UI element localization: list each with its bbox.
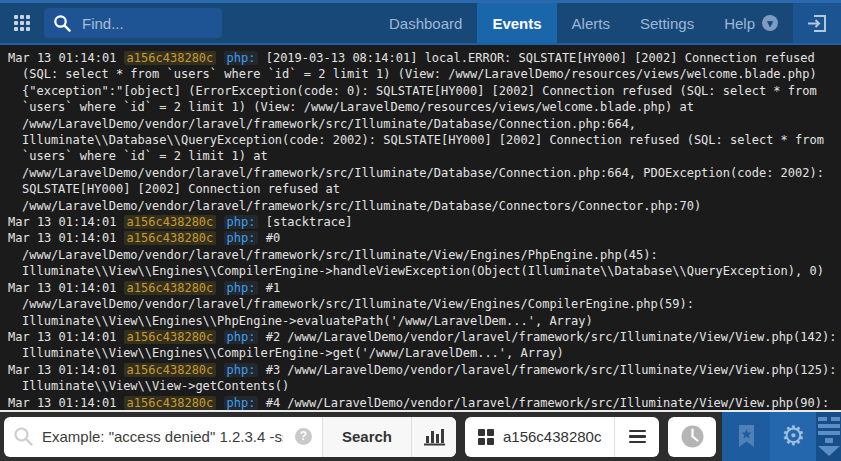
- systems-grid-icon: [478, 429, 494, 445]
- log-message: Illuminate\\View\\Engines\\CompilerEngin…: [22, 346, 564, 360]
- help-chevron-icon: ▾: [762, 15, 778, 31]
- apps-menu-button[interactable]: [0, 3, 44, 43]
- search-button[interactable]: Search: [322, 417, 411, 457]
- nav-tab-help[interactable]: Help▾: [709, 3, 793, 43]
- nav-tab-events[interactable]: Events: [477, 3, 556, 43]
- nav-tab-dashboard[interactable]: Dashboard: [374, 3, 477, 43]
- log-program-badge[interactable]: php:: [224, 51, 259, 65]
- log-row: /www/LaravelDemo/vendor/laravel/framewor…: [8, 247, 841, 263]
- log-system-badge[interactable]: a156c438280c: [124, 281, 217, 295]
- event-velocity-chart-button[interactable]: [411, 417, 456, 457]
- nav-tab-settings[interactable]: Settings: [625, 3, 709, 43]
- bottom-toolbar: ? Search a156c438280c: [0, 410, 841, 461]
- log-system-badge[interactable]: a156c438280c: [124, 231, 217, 245]
- log-row: Mar 13 01:14:01 a156c438280c php: #3 /ww…: [8, 362, 841, 378]
- log-row: /www/LaravelDemo/vendor/laravel/framewor…: [8, 165, 841, 181]
- log-row: Mar 13 01:14:01 a156c438280c php: #2 /ww…: [8, 329, 841, 345]
- log-event-viewer[interactable]: Mar 13 01:14:01 a156c438280c php: [2019-…: [0, 45, 841, 410]
- bar-chart-icon: [423, 427, 445, 446]
- system-selector-label: a156c438280c: [503, 428, 601, 445]
- log-message: [2019-03-13 08:14:01] local.ERROR: SQLST…: [266, 51, 815, 65]
- log-message: Illuminate\\Database\\QueryException(cod…: [22, 133, 824, 147]
- log-row: {"exception":"[object] (ErrorException(c…: [8, 83, 841, 99]
- log-message: /www/LaravelDemo/vendor/laravel/framewor…: [22, 166, 824, 180]
- log-timestamp: Mar 13 01:14:01: [8, 281, 116, 295]
- log-timestamp: Mar 13 01:14:01: [8, 330, 116, 344]
- nav-tab-label: Dashboard: [389, 15, 462, 32]
- log-system-badge[interactable]: a156c438280c: [124, 396, 217, 410]
- log-program-badge[interactable]: php:: [224, 281, 259, 295]
- system-selector-button[interactable]: a156c438280c: [465, 417, 614, 457]
- log-row: Mar 13 01:14:01 a156c438280c php: #4 /ww…: [8, 395, 841, 410]
- time-jump-button[interactable]: [668, 417, 716, 457]
- log-row: Mar 13 01:14:01 a156c438280c php: [stack…: [8, 214, 841, 230]
- log-timestamp: Mar 13 01:14:01: [8, 215, 116, 229]
- log-row: Illuminate\\View\\Engines\\CompilerEngin…: [8, 345, 841, 361]
- log-message: SQLSTATE[HY000] [2002] Connection refuse…: [22, 182, 340, 196]
- log-row: Mar 13 01:14:01 a156c438280c php: #1: [8, 280, 841, 296]
- log-message: `users` where `id` = 2 limit 1) at: [22, 149, 268, 163]
- nav-tab-label: Events: [492, 15, 541, 32]
- log-timestamp: Mar 13 01:14:01: [8, 363, 116, 377]
- top-navigation: DashboardEventsAlertsSettingsHelp▾: [0, 0, 841, 45]
- event-search-input[interactable]: [40, 427, 285, 446]
- log-system-badge[interactable]: a156c438280c: [124, 51, 217, 65]
- nav-tab-alerts[interactable]: Alerts: [557, 3, 625, 43]
- log-row: /www/LaravelDemo/vendor/laravel/framewor…: [8, 116, 841, 132]
- log-timestamp: Mar 13 01:14:01: [8, 396, 116, 410]
- log-row: `users` where `id` = 2 limit 1) (View: /…: [8, 99, 841, 115]
- log-program-badge[interactable]: php:: [224, 231, 259, 245]
- log-program-badge[interactable]: php:: [224, 363, 259, 377]
- search-icon: [53, 14, 72, 33]
- log-system-badge[interactable]: a156c438280c: [124, 330, 217, 344]
- log-system-badge[interactable]: a156c438280c: [124, 363, 217, 377]
- settings-gear-button[interactable]: ⚙: [770, 412, 816, 461]
- find-input[interactable]: [80, 14, 213, 33]
- system-selector-group: a156c438280c: [465, 417, 659, 457]
- log-message: #2 /www/LaravelDemo/vendor/laravel/frame…: [266, 330, 837, 344]
- log-row: Illuminate\\View\\Engines\\CompilerEngin…: [8, 263, 841, 279]
- log-message: /www/LaravelDemo/vendor/laravel/framewor…: [22, 199, 701, 213]
- log-message: [stacktrace]: [266, 215, 353, 229]
- log-message: /www/LaravelDemo/vendor/laravel/framewor…: [22, 248, 658, 262]
- log-message: Illuminate\\View\\View->getContents(): [22, 379, 289, 393]
- log-row: (SQL: select * from `users` where `id` =…: [8, 66, 841, 82]
- sign-out-icon: [806, 12, 829, 35]
- log-program-badge[interactable]: php:: [224, 330, 259, 344]
- log-message: #3 /www/LaravelDemo/vendor/laravel/frame…: [266, 363, 837, 377]
- log-message: (SQL: select * from `users` where `id` =…: [22, 67, 817, 81]
- search-help-icon[interactable]: ?: [295, 428, 312, 445]
- log-row: Mar 13 01:14:01 a156c438280c php: #0: [8, 230, 841, 246]
- find-search-box[interactable]: [44, 8, 222, 38]
- sign-out-button[interactable]: [793, 3, 841, 43]
- log-message: /www/LaravelDemo/vendor/laravel/framewor…: [22, 117, 636, 131]
- nav-tabs: DashboardEventsAlertsSettingsHelp▾: [374, 3, 793, 43]
- log-timestamp: Mar 13 01:14:01: [8, 231, 116, 245]
- log-message: Illuminate\\View\\Engines\\PhpEngine->ev…: [22, 314, 593, 328]
- log-message: {"exception":"[object] (ErrorException(c…: [22, 84, 817, 98]
- log-row: Mar 13 01:14:01 a156c438280c php: [2019-…: [8, 50, 841, 66]
- bookmark-button[interactable]: [722, 412, 770, 461]
- saved-searches-button[interactable]: [614, 417, 659, 457]
- log-row: `users` where `id` = 2 limit 1) at: [8, 148, 841, 164]
- log-row: Illuminate\\View\\View->getContents(): [8, 378, 841, 394]
- apps-grid-icon: [14, 15, 30, 31]
- log-program-badge[interactable]: php:: [224, 215, 259, 229]
- search-icon: [13, 426, 34, 447]
- log-message: /www/LaravelDemo/vendor/laravel/framewor…: [22, 297, 694, 311]
- event-search-group: ? Search: [4, 417, 456, 457]
- log-timestamp: Mar 13 01:14:01: [8, 51, 116, 65]
- log-controls-panel: ⚙: [722, 412, 841, 461]
- nav-tab-label: Help: [724, 15, 755, 32]
- tail-arrow-icon: [818, 417, 840, 456]
- log-message: #0: [266, 231, 280, 245]
- gear-icon: ⚙: [781, 423, 805, 450]
- log-message: #1: [266, 281, 280, 295]
- scroll-to-bottom-button[interactable]: [816, 412, 841, 461]
- log-system-badge[interactable]: a156c438280c: [124, 215, 217, 229]
- log-row: Illuminate\\Database\\QueryException(cod…: [8, 132, 841, 148]
- bookmark-star-icon: [737, 425, 756, 448]
- log-message: Illuminate\\View\\Engines\\CompilerEngin…: [22, 264, 824, 278]
- log-row: /www/LaravelDemo/vendor/laravel/framewor…: [8, 296, 841, 312]
- log-program-badge[interactable]: php:: [224, 396, 259, 410]
